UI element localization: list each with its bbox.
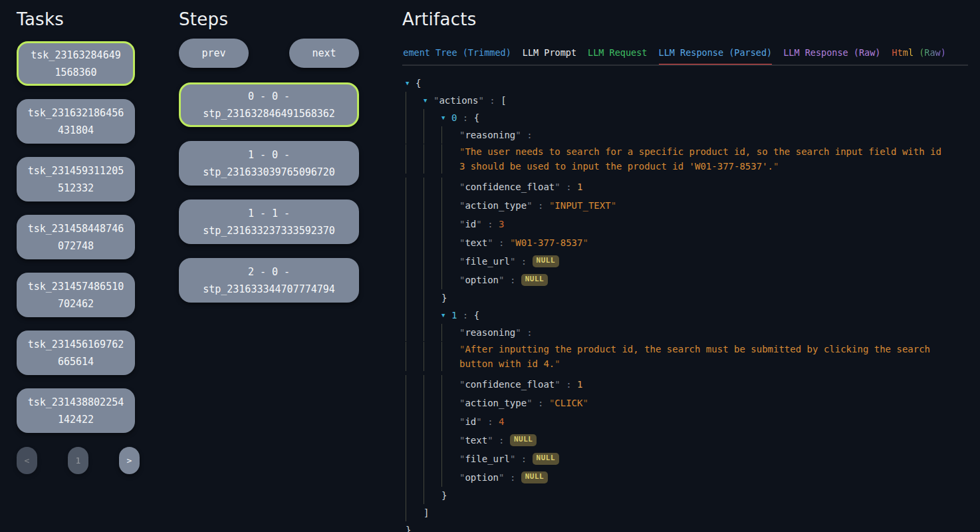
json-line: ▼"actions" : [ bbox=[406, 92, 968, 109]
task-id-line: tsk_231632186456 bbox=[28, 104, 124, 122]
task-id-line: 142422 bbox=[58, 411, 94, 428]
task-button[interactable]: tsk_231632846491568360 bbox=[17, 41, 135, 86]
task-button[interactable]: tsk_231456169762665614 bbox=[17, 331, 135, 375]
task-button[interactable]: tsk_231458448746072748 bbox=[17, 215, 135, 259]
indent-guide bbox=[406, 342, 424, 371]
step-button[interactable]: 1 - 0 -stp_231633039765096720 bbox=[179, 141, 359, 186]
indent-guide bbox=[441, 468, 459, 487]
indent-guide bbox=[441, 252, 459, 271]
indent-guide bbox=[406, 233, 424, 252]
json-line: "action_type" : "INPUT_TEXT" bbox=[406, 196, 968, 215]
step-nav: prev next bbox=[179, 39, 359, 68]
step-index-line: 0 - 0 - bbox=[248, 88, 290, 105]
json-line: "id" : 4 bbox=[406, 412, 968, 431]
indent-guide bbox=[424, 252, 441, 271]
prev-step-button[interactable]: prev bbox=[179, 39, 249, 68]
pagination-next-button[interactable]: > bbox=[119, 447, 140, 474]
task-id-line: tsk_23163284649 bbox=[31, 47, 120, 64]
indent-guide bbox=[406, 109, 424, 126]
indent-guide bbox=[424, 196, 441, 215]
json-line: "After inputting the product id, the sea… bbox=[406, 341, 968, 375]
tab-element-tree-trimmed[interactable]: Element Tree (Trimmed) bbox=[402, 45, 511, 65]
tab-llm-prompt[interactable]: LLM Prompt bbox=[523, 45, 576, 65]
json-line: ▼0 : { bbox=[406, 109, 968, 126]
indent-guide bbox=[424, 375, 441, 394]
task-id-line: 512332 bbox=[58, 180, 94, 197]
task-button[interactable]: tsk_231632186456431804 bbox=[17, 99, 135, 144]
indent-guide bbox=[406, 178, 424, 196]
indent-guide bbox=[406, 468, 424, 487]
steps-panel: Steps prev next 0 - 0 -stp_2316328464915… bbox=[179, 9, 359, 303]
indent-guide bbox=[441, 412, 459, 431]
artifact-tabbar: Element Tree (Trimmed)LLM PromptLLM Requ… bbox=[402, 45, 968, 66]
indent-guide bbox=[406, 252, 424, 271]
null-badge: NULL bbox=[510, 434, 537, 446]
indent-guide bbox=[424, 289, 441, 307]
pagination-page-button[interactable]: 1 bbox=[68, 447, 88, 474]
indent-guide bbox=[406, 126, 424, 144]
indent-guide bbox=[441, 431, 459, 450]
collapse-arrow-icon[interactable]: ▼ bbox=[441, 312, 451, 319]
task-button[interactable]: tsk_231459311205512332 bbox=[17, 157, 135, 201]
indent-guide bbox=[406, 450, 424, 468]
indent-guide bbox=[406, 431, 424, 450]
indent-guide bbox=[406, 324, 424, 341]
tab-llm-request[interactable]: LLM Request bbox=[588, 45, 647, 65]
indent-guide bbox=[441, 196, 459, 215]
null-badge: NULL bbox=[521, 274, 549, 286]
collapse-arrow-icon[interactable]: ▼ bbox=[406, 80, 416, 86]
tab-llm-response-raw[interactable]: LLM Response (Raw) bbox=[783, 45, 880, 65]
step-button[interactable]: 2 - 0 -stp_231633344707774794 bbox=[179, 258, 359, 303]
indent-guide bbox=[406, 394, 424, 412]
pagination-prev-button[interactable]: < bbox=[17, 447, 37, 474]
json-line: "confidence_float" : 1 bbox=[406, 375, 968, 394]
task-id-line: tsk_231457486510 bbox=[28, 278, 124, 295]
json-line: "text" : NULL bbox=[406, 431, 968, 450]
task-pagination: < 1 > bbox=[17, 447, 140, 474]
indent-guide bbox=[441, 324, 459, 341]
step-id-line: stp_231632846491568362 bbox=[203, 105, 335, 122]
json-line: } bbox=[406, 521, 968, 532]
step-button[interactable]: 0 - 0 -stp_231632846491568362 bbox=[179, 82, 359, 127]
json-line: ▼1 : { bbox=[406, 307, 968, 324]
indent-guide bbox=[441, 394, 459, 412]
json-line: "reasoning" : bbox=[406, 324, 968, 341]
indent-guide bbox=[406, 271, 424, 289]
json-line: "action_type" : "CLICK" bbox=[406, 394, 968, 412]
indent-guide bbox=[406, 144, 424, 174]
step-id-line: stp_231633039765096720 bbox=[203, 164, 335, 181]
task-button[interactable]: tsk_231438802254142422 bbox=[17, 388, 135, 433]
null-badge: NULL bbox=[533, 255, 560, 267]
indent-guide bbox=[441, 178, 459, 196]
step-button[interactable]: 1 - 1 -stp_231633237333592370 bbox=[179, 200, 359, 244]
indent-guide bbox=[424, 215, 441, 233]
json-tree: ▼{▼"actions" : [▼0 : {"reasoning" : "The… bbox=[402, 74, 968, 532]
indent-guide bbox=[406, 504, 424, 521]
indent-guide bbox=[424, 431, 441, 450]
next-step-button[interactable]: next bbox=[289, 39, 359, 68]
steps-title: Steps bbox=[179, 9, 359, 30]
artifacts-title: Artifacts bbox=[402, 9, 968, 30]
indent-guide bbox=[424, 468, 441, 487]
task-list: tsk_231632846491568360tsk_23163218645643… bbox=[17, 41, 135, 433]
task-id-line: 1568360 bbox=[55, 64, 96, 81]
task-id-line: 665614 bbox=[58, 353, 94, 370]
null-badge: NULL bbox=[533, 453, 560, 465]
task-id-line: 702462 bbox=[58, 295, 94, 313]
indent-guide bbox=[424, 412, 441, 431]
indent-guide bbox=[406, 92, 424, 109]
indent-guide bbox=[406, 215, 424, 233]
indent-guide bbox=[424, 126, 441, 144]
task-button[interactable]: tsk_231457486510702462 bbox=[17, 273, 135, 317]
artifacts-panel: Artifacts Element Tree (Trimmed)LLM Prom… bbox=[402, 9, 968, 532]
tab-html-raw[interactable]: Html (Raw) bbox=[892, 45, 946, 65]
indent-guide bbox=[406, 196, 424, 215]
tab-llm-response-parsed[interactable]: LLM Response (Parsed) bbox=[659, 45, 773, 66]
json-line: "reasoning" : bbox=[406, 126, 968, 144]
json-line: } bbox=[406, 289, 968, 307]
indent-guide bbox=[406, 375, 424, 394]
collapse-arrow-icon[interactable]: ▼ bbox=[441, 114, 451, 121]
indent-guide bbox=[406, 289, 424, 307]
indent-guide bbox=[406, 412, 424, 431]
collapse-arrow-icon[interactable]: ▼ bbox=[424, 97, 433, 104]
